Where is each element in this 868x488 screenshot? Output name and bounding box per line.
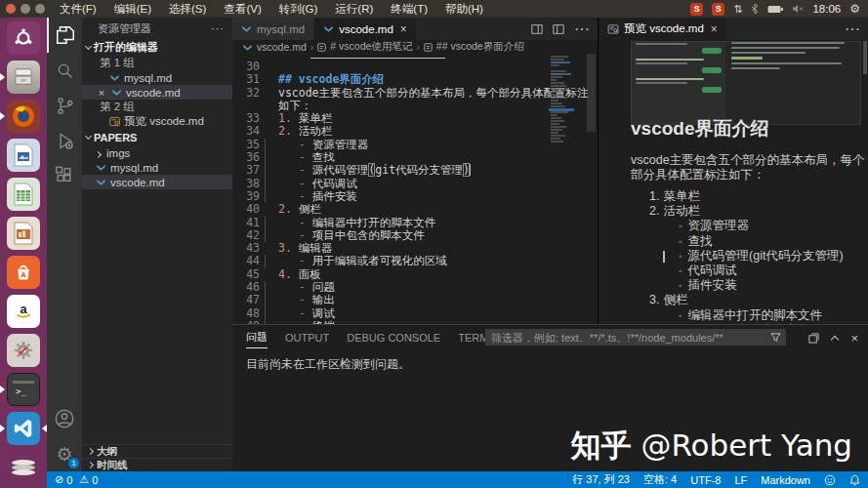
settings-icon[interactable]: ⚙1 bbox=[47, 436, 82, 471]
tree-item-imgs[interactable]: imgs bbox=[82, 145, 232, 160]
editor-tab-bar: mysql.mdvscode.md×··· bbox=[232, 18, 598, 40]
volume-muted-icon[interactable] bbox=[792, 4, 804, 14]
indentation[interactable]: 空格: 4 bbox=[643, 472, 677, 487]
battery-icon[interactable] bbox=[767, 5, 783, 14]
panel-tab-问题[interactable]: 问题 bbox=[246, 326, 268, 348]
tree-item-vscode.md[interactable]: vscode.md bbox=[82, 175, 232, 189]
source-control-icon[interactable] bbox=[47, 88, 82, 123]
close-icon[interactable]: × bbox=[711, 22, 718, 36]
menu-运行[interactable]: 运行(R) bbox=[328, 1, 380, 18]
close-panel-icon[interactable]: × bbox=[850, 331, 858, 346]
minimap-line bbox=[551, 76, 562, 78]
editor-scrollbar[interactable] bbox=[587, 54, 596, 132]
code-line-40: 402. 侧栏 bbox=[232, 203, 598, 216]
breadcrumb-separator: › bbox=[416, 41, 420, 53]
problems-message: 目前尚未在工作区检测到问题。 bbox=[232, 348, 868, 373]
window-minimize-button[interactable] bbox=[21, 4, 30, 14]
network-arrows-icon[interactable]: ⇅ bbox=[733, 4, 742, 15]
open-editor-item[interactable]: ×vscode.md bbox=[82, 85, 232, 100]
firefox-icon[interactable] bbox=[6, 99, 41, 134]
section-大纲[interactable]: 大纲 bbox=[82, 444, 232, 458]
menu-选择[interactable]: 选择(S) bbox=[162, 1, 213, 18]
window-close-button[interactable] bbox=[6, 4, 16, 14]
menu-编辑[interactable]: 编辑(E) bbox=[107, 1, 158, 18]
markdown-file-icon bbox=[323, 23, 334, 34]
terminal-icon[interactable]: >_ bbox=[6, 372, 41, 407]
svg-text:A: A bbox=[21, 270, 26, 279]
open-in-editor-icon[interactable] bbox=[808, 333, 819, 344]
editor-group[interactable]: mysql.mdvscode.md×··· vscode.md›# vscode… bbox=[232, 18, 598, 324]
vscode-icon[interactable] bbox=[6, 411, 41, 446]
amazon-icon[interactable]: a bbox=[6, 294, 41, 329]
folder-section[interactable]: PAPERS bbox=[82, 129, 232, 145]
menu-帮助[interactable]: 帮助(H) bbox=[438, 1, 490, 18]
close-icon[interactable]: × bbox=[96, 87, 107, 99]
folder-label: PAPERS bbox=[94, 132, 137, 143]
code-editor[interactable]: 3031## vscode界面介绍32vscode主要包含五个部分的基本布局，每… bbox=[232, 54, 598, 324]
bluetooth-icon[interactable] bbox=[751, 3, 759, 15]
explorer-icon[interactable] bbox=[47, 18, 82, 53]
sidebar-more-actions-icon[interactable]: ··· bbox=[211, 22, 225, 34]
files-icon[interactable] bbox=[6, 60, 41, 95]
open-editors-section[interactable]: 打开的编辑器 bbox=[82, 39, 232, 56]
tab-mysql.md[interactable]: mysql.md bbox=[232, 18, 314, 40]
scroll-sync-indicator bbox=[663, 251, 665, 263]
window-maximize-button[interactable] bbox=[35, 4, 45, 14]
run-debug-icon[interactable] bbox=[47, 123, 82, 158]
tree-item-mysql.md[interactable]: mysql.md bbox=[82, 160, 232, 175]
panel-tab-OUTPUT[interactable]: OUTPUT bbox=[285, 328, 329, 346]
account-icon[interactable] bbox=[47, 401, 82, 436]
feedback-icon[interactable] bbox=[824, 474, 836, 486]
power-icon[interactable]: ⚙ bbox=[849, 3, 860, 15]
close-icon[interactable]: × bbox=[400, 22, 407, 36]
line-number: 42 bbox=[232, 229, 260, 242]
toggle-layout-icon[interactable] bbox=[553, 23, 564, 35]
libreoffice-calc-icon[interactable] bbox=[6, 177, 41, 212]
preview-sublist-item: ◦资源管理器 bbox=[649, 219, 844, 233]
minimap-line bbox=[551, 141, 563, 142]
more-actions-icon[interactable]: ··· bbox=[574, 20, 590, 38]
cursor-position[interactable]: 行 37, 列 23 bbox=[572, 472, 630, 487]
maximize-panel-icon[interactable] bbox=[832, 329, 838, 346]
section-时间线[interactable]: 时间线 bbox=[82, 458, 232, 471]
filter-funnel-icon[interactable] bbox=[770, 332, 781, 343]
breadcrumb-item[interactable]: ## vscode界面介绍 bbox=[436, 40, 524, 54]
panel-tab-DEBUG CONSOLE[interactable]: DEBUG CONSOLE bbox=[347, 328, 440, 346]
line-number: 31 bbox=[232, 73, 260, 86]
open-editor-item[interactable]: mysql.md bbox=[82, 70, 232, 85]
extensions-icon[interactable] bbox=[47, 158, 82, 193]
ubuntu-dash-icon[interactable] bbox=[6, 20, 41, 56]
clock[interactable]: 18:06 bbox=[812, 3, 841, 15]
minimap-line bbox=[551, 94, 563, 96]
libreoffice-draw-icon[interactable] bbox=[6, 138, 41, 173]
breadcrumb[interactable]: vscode.md›# vscode使用笔记›## vscode界面介绍 bbox=[232, 40, 598, 54]
menu-终端[interactable]: 终端(T) bbox=[384, 1, 434, 18]
encoding[interactable]: UTF-8 bbox=[690, 474, 721, 486]
menu-转到[interactable]: 转到(G) bbox=[272, 1, 325, 18]
preview-more-actions-icon[interactable]: ··· bbox=[845, 20, 860, 38]
errors-indicator[interactable]: ⊘ 0 ⚠ 0 bbox=[55, 473, 98, 486]
split-editor-icon[interactable] bbox=[531, 23, 543, 35]
preview-tab[interactable]: 预览 vscode.md × bbox=[599, 18, 727, 40]
tab-vscode.md[interactable]: vscode.md× bbox=[314, 18, 417, 40]
open-editor-item[interactable]: 预览 vscode.md bbox=[82, 114, 232, 129]
menu-查看[interactable]: 查看(V) bbox=[217, 1, 268, 18]
minimap[interactable] bbox=[551, 56, 572, 251]
trash-icon[interactable] bbox=[6, 450, 41, 485]
markdown-preview-pane: 预览 vscode.md × ··· vscode界面介绍 vscode主要包含… bbox=[598, 18, 868, 324]
eol[interactable]: LF bbox=[734, 474, 747, 486]
libreoffice-impress-icon[interactable] bbox=[6, 216, 41, 251]
circle-bullet-icon: ◦ bbox=[679, 308, 682, 323]
problems-filter-input[interactable] bbox=[485, 329, 786, 346]
preview-scrollbar[interactable] bbox=[863, 41, 867, 74]
sogou-input-1[interactable]: S bbox=[690, 3, 703, 16]
breadcrumb-item[interactable]: # vscode使用笔记 bbox=[330, 40, 412, 54]
sogou-input-2[interactable]: S bbox=[712, 3, 724, 16]
system-settings-icon[interactable] bbox=[6, 333, 41, 368]
software-center-icon[interactable]: A bbox=[6, 255, 41, 290]
notifications-bell-icon[interactable] bbox=[849, 474, 860, 486]
breadcrumb-item[interactable]: vscode.md bbox=[257, 41, 307, 53]
language-mode[interactable]: Markdown bbox=[761, 474, 810, 486]
menu-文件[interactable]: 文件(F) bbox=[53, 1, 103, 18]
search-icon[interactable] bbox=[47, 53, 82, 88]
